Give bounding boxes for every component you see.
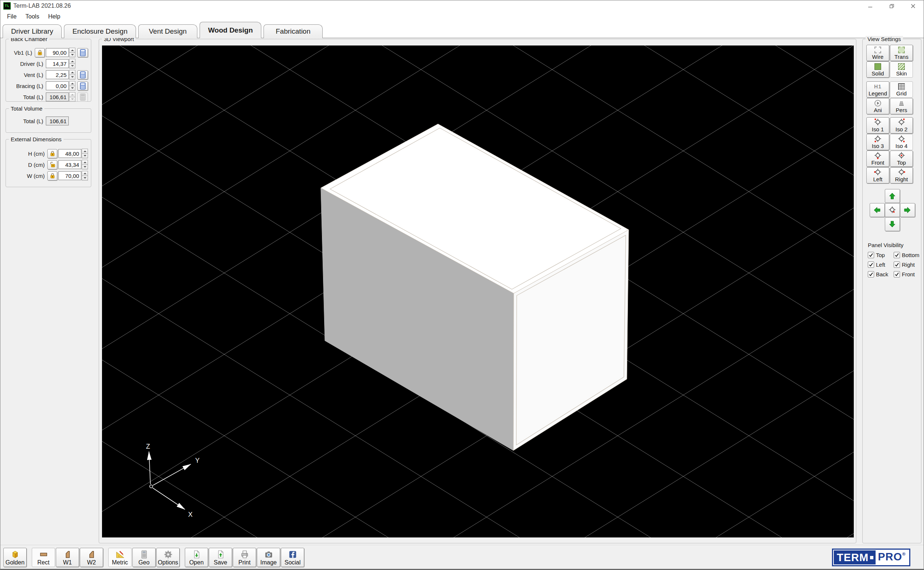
chamber-total-spinner bbox=[69, 92, 75, 102]
tab-fabrication[interactable]: Fabrication bbox=[264, 25, 323, 38]
ruler-pencil-icon bbox=[115, 550, 125, 559]
field-row-bracing: Bracing (L) bbox=[9, 81, 88, 90]
checkbox-icon bbox=[894, 252, 900, 258]
save-button[interactable]: Save bbox=[209, 548, 232, 567]
checkbox-right[interactable]: Right bbox=[894, 262, 919, 268]
viewport-group: 3D Viewport Z Y X bbox=[99, 39, 856, 543]
tab-vent-design[interactable]: Vent Design bbox=[138, 25, 197, 38]
width-input[interactable] bbox=[58, 171, 81, 180]
top-view-button[interactable]: Top bbox=[890, 150, 913, 167]
depth-spinner[interactable] bbox=[82, 160, 88, 169]
logo-dash bbox=[870, 556, 874, 559]
rect-button[interactable]: Rect bbox=[32, 548, 55, 567]
grid-button[interactable]: Grid bbox=[890, 81, 913, 98]
checkbox-icon bbox=[894, 271, 900, 277]
height-label: H (cm) bbox=[9, 150, 47, 157]
depth-lock-button[interactable] bbox=[47, 160, 57, 169]
field-row-vb1: Vb1 (L) bbox=[9, 48, 88, 57]
3d-viewport-canvas[interactable]: Z Y X bbox=[102, 46, 854, 538]
depth-label: D (cm) bbox=[9, 162, 47, 168]
w2-button[interactable]: W2 bbox=[80, 548, 103, 567]
height-spinner[interactable] bbox=[82, 149, 88, 158]
close-button[interactable] bbox=[902, 0, 924, 11]
width-lock-button[interactable] bbox=[47, 171, 57, 181]
w1-button[interactable]: W1 bbox=[56, 548, 79, 567]
solid-button[interactable]: Solid bbox=[866, 61, 889, 78]
field-row-total: Total (L) bbox=[9, 92, 88, 101]
checkbox-back[interactable]: Back bbox=[868, 271, 894, 277]
vent-input[interactable] bbox=[46, 70, 69, 79]
ani-button[interactable]: Ani bbox=[866, 98, 889, 114]
social-button[interactable]: Social bbox=[281, 548, 304, 567]
tab-enclosure-design[interactable]: Enclosure Design bbox=[64, 25, 136, 38]
checkbox-left[interactable]: Left bbox=[868, 262, 894, 268]
field-row-total-volume: Total (L) bbox=[9, 116, 88, 126]
pan-up-button[interactable] bbox=[885, 189, 900, 203]
iso2-view-icon bbox=[897, 118, 906, 126]
menu-tools[interactable]: Tools bbox=[21, 12, 44, 21]
field-row-driver: Driver (L) bbox=[9, 59, 88, 68]
vb1-spinner[interactable] bbox=[69, 48, 75, 57]
panel-visibility-section: Panel Visibility Top Bottom Left Right B… bbox=[868, 242, 919, 281]
iso2-button[interactable]: Iso 2 bbox=[890, 117, 913, 133]
vb1-input[interactable] bbox=[46, 48, 69, 57]
iso3-button[interactable]: Iso 3 bbox=[866, 134, 889, 150]
geo-button[interactable]: Geo bbox=[132, 548, 156, 567]
iso1-button[interactable]: Iso 1 bbox=[866, 117, 889, 133]
image-button[interactable]: Image bbox=[257, 548, 280, 567]
term-pro-logo: TERM PRO® bbox=[832, 549, 910, 566]
driver-spinner[interactable] bbox=[69, 59, 75, 69]
print-button[interactable]: Print bbox=[233, 548, 256, 567]
vent-label: Vent (L) bbox=[9, 72, 46, 78]
pan-right-button[interactable] bbox=[900, 203, 915, 217]
iso1-view-icon bbox=[874, 118, 882, 126]
checkbox-top[interactable]: Top bbox=[868, 252, 894, 258]
width-label: W (cm) bbox=[9, 173, 47, 179]
tab-driver-library[interactable]: Driver Library bbox=[3, 25, 62, 38]
driver-input[interactable] bbox=[46, 59, 69, 68]
menu-help[interactable]: Help bbox=[44, 12, 65, 21]
tab-wood-design[interactable]: Wood Design bbox=[200, 22, 261, 38]
pan-down-button[interactable] bbox=[885, 217, 900, 231]
menu-bar: File Tools Help bbox=[0, 11, 924, 22]
menu-file[interactable]: File bbox=[3, 12, 21, 21]
legend-icon: H1 bbox=[874, 84, 881, 89]
pan-center-button[interactable] bbox=[885, 203, 900, 217]
skin-button[interactable]: Skin bbox=[890, 61, 913, 78]
vent-spinner[interactable] bbox=[69, 70, 75, 80]
options-button[interactable]: Options bbox=[156, 548, 180, 567]
right-view-button[interactable]: Right bbox=[890, 167, 913, 184]
width-spinner[interactable] bbox=[82, 171, 88, 181]
wire-button[interactable]: Wire bbox=[866, 45, 889, 61]
app-window: TL Term-LAB 2021.08.26 File Tools Help D… bbox=[0, 0, 924, 570]
iso4-button[interactable]: Iso 4 bbox=[890, 134, 913, 150]
bracing-spinner[interactable] bbox=[69, 81, 75, 90]
metric-button[interactable]: Metric bbox=[108, 548, 131, 567]
app-icon: TL bbox=[3, 2, 11, 10]
height-input[interactable] bbox=[58, 149, 81, 158]
field-row-vent: Vent (L) bbox=[9, 70, 88, 79]
driver-label: Driver (L) bbox=[9, 61, 46, 67]
maximize-button[interactable] bbox=[881, 0, 902, 11]
checkbox-bottom[interactable]: Bottom bbox=[894, 252, 919, 258]
bracing-calculator-button[interactable] bbox=[77, 81, 88, 90]
bracing-input[interactable] bbox=[46, 81, 69, 90]
legend-button[interactable]: H1Legend bbox=[866, 81, 889, 98]
checkbox-front[interactable]: Front bbox=[894, 271, 919, 277]
front-view-button[interactable]: Front bbox=[866, 150, 889, 167]
depth-input[interactable] bbox=[58, 160, 81, 169]
height-lock-button[interactable] bbox=[47, 149, 57, 158]
chamber-total-input bbox=[46, 92, 69, 101]
view-settings-group: View Settings Wire Trans Solid Skin H1Le… bbox=[862, 39, 921, 543]
pers-button[interactable]: Pers bbox=[890, 98, 913, 114]
golden-button[interactable]: Golden bbox=[3, 548, 27, 567]
trans-button[interactable]: Trans bbox=[890, 45, 913, 61]
pan-left-button[interactable] bbox=[870, 203, 885, 217]
minimize-button[interactable] bbox=[859, 0, 881, 11]
left-view-button[interactable]: Left bbox=[866, 167, 889, 184]
vent-calculator-button[interactable] bbox=[77, 70, 88, 80]
vb1-calculator-button[interactable] bbox=[77, 48, 88, 57]
vb1-lock-button[interactable] bbox=[35, 48, 45, 57]
content-area: Back Chamber Vb1 (L) Driver (L) Vent (L) bbox=[0, 38, 924, 545]
open-button[interactable]: Open bbox=[185, 548, 208, 567]
